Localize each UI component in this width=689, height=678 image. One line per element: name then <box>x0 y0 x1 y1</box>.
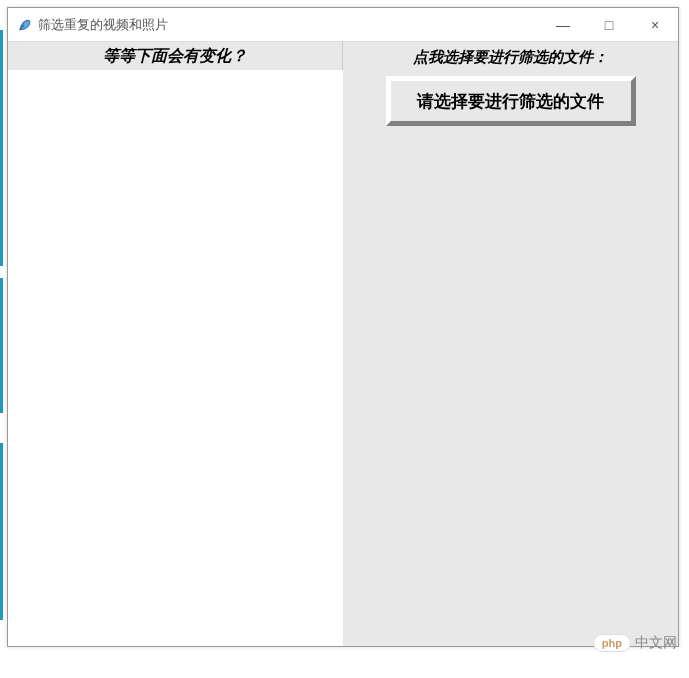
app-window: 筛选重复的视频和照片 — □ × 等等下面会有变化？ 点我选择要进行筛选的文件：… <box>7 7 679 647</box>
left-pane: 等等下面会有变化？ <box>8 42 343 646</box>
left-header-label: 等等下面会有变化？ <box>8 42 343 70</box>
watermark-text: 中文网 <box>635 634 677 652</box>
right-header-label: 点我选择要进行筛选的文件： <box>343 44 678 70</box>
right-pane: 点我选择要进行筛选的文件： 请选择要进行筛选的文件 <box>343 42 678 646</box>
watermark-badge: php <box>593 634 631 652</box>
titlebar-controls: — □ × <box>540 8 678 41</box>
minimize-button[interactable]: — <box>540 8 586 41</box>
select-files-button[interactable]: 请选择要进行筛选的文件 <box>386 76 636 126</box>
select-files-button-label: 请选择要进行筛选的文件 <box>417 90 604 113</box>
app-feather-icon <box>16 17 32 33</box>
titlebar[interactable]: 筛选重复的视频和照片 — □ × <box>8 8 678 42</box>
window-title: 筛选重复的视频和照片 <box>38 16 168 34</box>
close-button[interactable]: × <box>632 8 678 41</box>
content-area: 等等下面会有变化？ 点我选择要进行筛选的文件： 请选择要进行筛选的文件 <box>8 42 678 646</box>
maximize-button[interactable]: □ <box>586 8 632 41</box>
left-edge-decoration <box>0 30 3 620</box>
watermark: php 中文网 <box>593 634 677 652</box>
left-result-area <box>8 70 343 646</box>
